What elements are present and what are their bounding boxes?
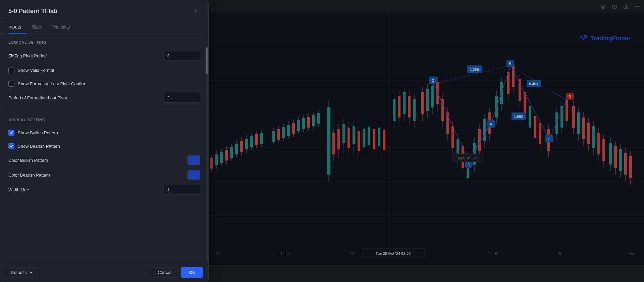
show-formation-label[interactable]: Show Formation Last Pivot Confirm [18,81,86,86]
defaults-label: Defaults [11,270,27,275]
show-bearish-row: Show Bearish Pattern [0,139,208,153]
section-divider [0,108,208,108]
show-bullish-checkbox[interactable] [8,130,14,136]
show-bearish-checkbox[interactable] [8,143,14,149]
modal-header: 5-0 Pattern TFlab × [0,0,208,20]
color-bearish-swatch[interactable] [187,170,200,180]
show-bullish-label[interactable]: Show Bullish Pattern [18,130,58,135]
period-input[interactable] [163,93,200,103]
zigzag-label: ZigZag Pivot Period [8,53,163,58]
cancel-button[interactable]: Cancel [151,267,178,278]
tab-inputs[interactable]: Inputs [8,20,26,34]
tab-style[interactable]: Style [26,20,48,34]
chevron-down-icon [29,271,33,275]
color-bullish-label: Color Bullish Pattern [8,158,187,163]
scroll-thumb [206,47,208,74]
modal-title: 5-0 Pattern TFlab [8,8,57,15]
color-bullish-row: Color Bullish Pattern [0,153,208,168]
logical-section-header: LOGICAL SETTING [0,34,208,48]
scroll-indicator [206,47,208,262]
period-row: Period of Formation Last Pivot [0,90,208,105]
footer-buttons: Cancel Ok [151,267,203,278]
modal-body: LOGICAL SETTING ZigZag Pivot Period Show… [0,34,208,271]
tab-visibility[interactable]: Visibility [48,20,75,34]
zigzag-input[interactable] [163,51,200,61]
show-valid-format-label[interactable]: Show Valid Format [18,68,54,73]
color-bullish-swatch[interactable] [187,155,200,165]
ok-button[interactable]: Ok [181,267,203,278]
show-valid-format-row: Show Valid Format [0,63,208,77]
period-label: Period of Formation Last Pivot [8,95,163,100]
width-line-input[interactable] [163,185,200,195]
show-formation-checkbox[interactable] [8,81,14,87]
show-bullish-row: Show Bullish Pattern [0,126,208,139]
show-formation-row: Show Formation Last Pivot Confirm [0,77,208,90]
settings-modal: 5-0 Pattern TFlab × Inputs Style Visibil… [0,0,209,282]
color-bearish-row: Color Bearish Pattern [0,168,208,182]
modal-close-button[interactable]: × [191,6,200,16]
defaults-button[interactable]: Defaults [6,267,38,278]
display-section-header: DISPLAY SETTING [0,111,208,126]
width-line-row: Width Line [0,182,208,197]
show-bearish-label[interactable]: Show Bearish Pattern [18,144,60,149]
show-valid-format-checkbox[interactable] [8,67,14,73]
color-bearish-label: Color Bearish Pattern [8,173,187,178]
modal-tabs: Inputs Style Visibility [0,20,208,34]
width-line-label: Width Line [8,187,163,192]
zigzag-row: ZigZag Pivot Period [0,48,208,63]
modal-footer: Defaults Cancel Ok [0,263,208,282]
